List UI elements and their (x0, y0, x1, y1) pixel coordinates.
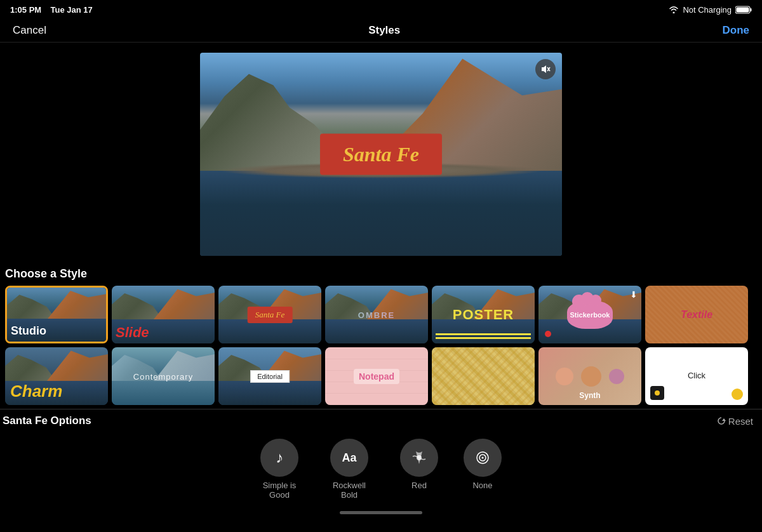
preview-title-overlay: Santa Fe (320, 134, 442, 175)
svg-marker-5 (722, 418, 726, 421)
preview-container: Santa Fe (0, 43, 762, 261)
svg-rect-2 (737, 7, 749, 12)
style-thumb-click[interactable]: Click (645, 347, 748, 405)
filter-icon (475, 450, 490, 465)
cancel-button[interactable]: Cancel (13, 24, 46, 37)
reset-button[interactable]: Reset (717, 416, 753, 427)
mute-icon (540, 64, 551, 74)
reset-label: Reset (728, 416, 753, 427)
style-thumb-editorial[interactable]: Editorial (218, 347, 321, 405)
option-label-music: Simple isGood (263, 481, 297, 500)
font-icon: Aa (342, 451, 356, 465)
done-button[interactable]: Done (722, 24, 749, 37)
reset-icon (717, 416, 726, 425)
header: Cancel Styles Done (0, 19, 762, 43)
style-thumb-contemporary[interactable]: Contemporary (112, 347, 215, 405)
option-item-music[interactable]: ♪ Simple isGood (260, 439, 298, 500)
options-header: Santa Fe Options Reset (3, 415, 759, 432)
style-thumb-studio[interactable]: Studio (5, 286, 108, 343)
font-icon-circle: Aa (330, 439, 368, 477)
battery-icon (735, 6, 752, 14)
option-label-font: Rockwell Bold (324, 481, 375, 500)
preview-frame: Santa Fe (200, 53, 562, 256)
style-thumb-santafe[interactable]: Santa Fe (218, 286, 321, 343)
options-section: Santa Fe Options Reset ♪ Simple isGood A… (0, 409, 762, 506)
option-label-color: Red (411, 481, 427, 490)
svg-point-9 (482, 457, 484, 459)
status-time: 1:05 PM Tue Jan 17 (10, 5, 93, 15)
style-thumb-notepad[interactable]: Notepad (325, 347, 428, 405)
style-thumb-charm[interactable]: Charm (5, 347, 108, 405)
svg-rect-1 (751, 8, 752, 11)
section-title: Choose a Style (3, 261, 759, 286)
style-thumb-poster[interactable]: POSTER (432, 286, 535, 343)
mute-button[interactable] (535, 59, 556, 79)
style-thumb-ombre[interactable]: ombre (325, 286, 428, 343)
style-row-2: Charm Contemporary Editorial (3, 347, 759, 405)
status-bar: 1:05 PM Tue Jan 17 Not Charging (0, 0, 762, 19)
status-right: Not Charging (669, 5, 752, 15)
wifi-icon (669, 6, 679, 13)
music-icon-circle: ♪ (260, 439, 298, 477)
style-thumb-textile[interactable]: Textile (645, 286, 748, 343)
style-thumb-slide[interactable]: Slide (112, 286, 215, 343)
music-icon: ♪ (276, 449, 283, 467)
page-title: Styles (368, 24, 400, 37)
water-reflection (200, 171, 562, 256)
option-item-filter[interactable]: None (464, 439, 502, 500)
option-label-filter: None (472, 481, 492, 490)
style-thumb-synth[interactable]: Synth (538, 347, 641, 405)
options-title: Santa Fe Options (3, 415, 91, 427)
battery-status: Not Charging (683, 5, 732, 15)
color-icon (411, 450, 427, 465)
time-display: 1:05 PM (10, 5, 41, 15)
date-display: Tue Jan 17 (51, 5, 93, 15)
home-indicator (0, 506, 762, 517)
style-row-1: Studio Slide Santa Fe (3, 286, 759, 343)
home-bar (340, 511, 422, 514)
option-item-color[interactable]: Red (400, 439, 438, 500)
filter-icon-circle (464, 439, 502, 477)
preview-background: Santa Fe (200, 53, 562, 256)
style-thumb-stickerbook[interactable]: Stickerbook ⬇ (538, 286, 641, 343)
options-items: ♪ Simple isGood Aa Rockwell Bold Red (3, 432, 759, 503)
style-thumb-boho[interactable] (432, 347, 535, 405)
option-item-font[interactable]: Aa Rockwell Bold (324, 439, 375, 500)
color-icon-circle (400, 439, 438, 477)
